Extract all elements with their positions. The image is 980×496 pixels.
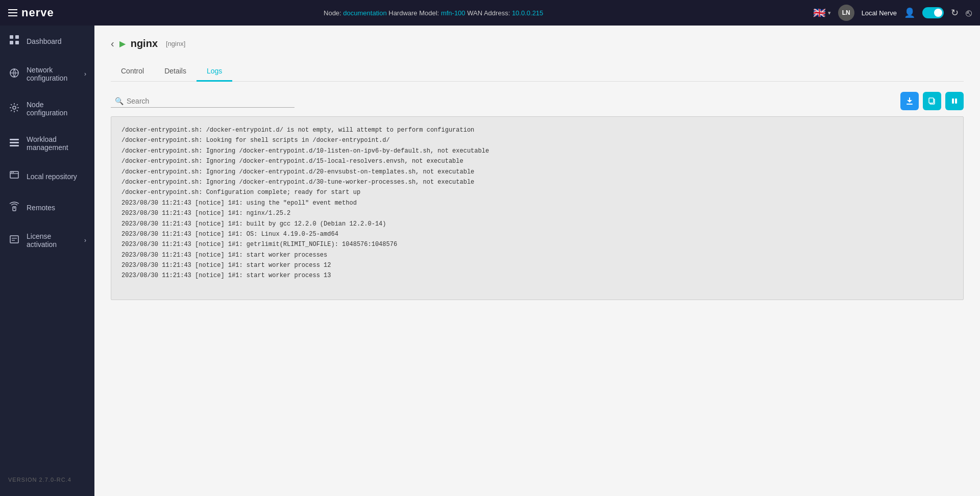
svg-rect-16 <box>10 236 18 243</box>
sidebar-item-dashboard[interactable]: Dashboard <box>0 26 94 57</box>
sidebar-item-label: Dashboard <box>27 37 62 45</box>
back-button[interactable]: ‹ <box>111 38 114 49</box>
page-title: nginx <box>131 38 158 49</box>
sidebar-item-node-configuration[interactable]: Node configuration <box>0 91 94 126</box>
action-buttons <box>900 92 964 110</box>
copy-button[interactable] <box>923 92 941 110</box>
log-line: /docker-entrypoint.sh: Ignoring /docker-… <box>121 156 953 166</box>
chevron-right-icon: › <box>84 237 86 244</box>
language-selector[interactable]: 🇬🇧 ▾ <box>813 7 831 19</box>
topbar: nerve Node: documentation Hardware Model… <box>0 0 980 26</box>
wan-address[interactable]: 10.0.0.215 <box>512 9 543 17</box>
dashboard-icon <box>8 35 20 47</box>
tab-control[interactable]: Control <box>111 62 154 82</box>
flag-icon: 🇬🇧 <box>813 7 826 19</box>
log-line: 2023/08/30 11:21:43 [notice] 1#1: OS: Li… <box>121 229 953 239</box>
svg-rect-23 <box>955 98 957 104</box>
wan-label: WAN Address: <box>467 9 510 17</box>
tab-logs[interactable]: Logs <box>197 62 232 82</box>
svg-rect-19 <box>906 104 913 105</box>
svg-rect-9 <box>10 145 19 146</box>
sidebar-item-label: License activation <box>27 232 78 249</box>
license-icon <box>8 234 20 247</box>
sidebar-item-local-repository[interactable]: Local repository <box>0 161 94 192</box>
search-icon: 🔍 <box>115 97 124 105</box>
svg-rect-7 <box>10 139 19 140</box>
svg-rect-8 <box>10 142 19 143</box>
search-row: 🔍 <box>111 92 964 110</box>
log-line: /docker-entrypoint.sh: Ignoring /docker-… <box>121 146 953 156</box>
user-icon[interactable]: 👤 <box>904 7 915 18</box>
network-icon <box>8 68 20 81</box>
hardware-label: Hardware Model: <box>388 9 439 17</box>
svg-rect-0 <box>10 35 13 39</box>
log-line: 2023/08/30 11:21:43 [notice] 1#1: built … <box>121 219 953 229</box>
svg-point-15 <box>14 207 15 208</box>
sidebar-item-label: Remotes <box>27 204 55 212</box>
tab-details[interactable]: Details <box>154 62 197 82</box>
log-line: /docker-entrypoint.sh: Configuration com… <box>121 187 953 197</box>
logo-text: nerve <box>21 6 54 19</box>
log-line: /docker-entrypoint.sh: Ignoring /docker-… <box>121 167 953 177</box>
svg-rect-1 <box>15 35 19 39</box>
version-label: VERSION 2.7.0-RC.4 <box>0 468 80 491</box>
search-input[interactable] <box>127 97 290 105</box>
sidebar-item-network-configuration[interactable]: Network configuration › <box>0 57 94 91</box>
sidebar: Dashboard Network configuration › <box>0 26 94 496</box>
svg-point-13 <box>13 172 14 173</box>
svg-rect-14 <box>13 207 16 211</box>
workload-icon <box>8 137 20 150</box>
log-line: 2023/08/30 11:21:43 [notice] 1#1: start … <box>121 260 953 270</box>
hamburger-menu[interactable] <box>8 9 17 16</box>
sidebar-item-label: Local repository <box>27 172 77 181</box>
log-line: /docker-entrypoint.sh: /docker-entrypoin… <box>121 125 953 135</box>
log-line: /docker-entrypoint.sh: Looking for shell… <box>121 135 953 145</box>
sidebar-item-label: Network configuration <box>27 66 78 82</box>
repository-icon <box>8 170 20 183</box>
page-header: ‹ ▶ nginx [nginx] <box>111 38 964 49</box>
topbar-right: 🇬🇧 ▾ LN Local Nerve 👤 ↻ ⎋ <box>813 5 972 21</box>
log-line: 2023/08/30 11:21:43 [notice] 1#1: getrli… <box>121 239 953 250</box>
ln-badge[interactable]: LN <box>838 5 854 21</box>
page-title-tag: [nginx] <box>166 40 185 47</box>
sidebar-item-license-activation[interactable]: License activation › <box>0 223 94 258</box>
remotes-icon <box>8 201 20 214</box>
hardware-model[interactable]: mfn-100 <box>441 9 465 17</box>
svg-rect-21 <box>929 98 934 103</box>
log-line: 2023/08/30 11:21:43 [notice] 1#1: start … <box>121 250 953 260</box>
sidebar-item-workload-management[interactable]: Workload management <box>0 126 94 161</box>
pause-button[interactable] <box>945 92 964 110</box>
logo-area: nerve <box>8 6 54 19</box>
svg-point-6 <box>13 106 16 109</box>
logout-icon[interactable]: ⎋ <box>966 7 972 19</box>
log-line: /docker-entrypoint.sh: Ignoring /docker-… <box>121 177 953 187</box>
sidebar-item-label: Workload management <box>27 135 86 152</box>
log-line: 2023/08/30 11:21:43 [notice] 1#1: nginx/… <box>121 208 953 218</box>
toggle-switch[interactable] <box>922 7 944 18</box>
local-nerve-label: Local Nerve <box>862 9 897 17</box>
content-area: ‹ ▶ nginx [nginx] Control Details Logs 🔍 <box>94 26 980 496</box>
svg-point-12 <box>11 172 12 173</box>
chevron-right-icon: › <box>84 70 86 78</box>
sidebar-item-label: Node configuration <box>27 101 86 117</box>
log-line: 2023/08/30 11:21:43 [notice] 1#1: start … <box>121 270 953 281</box>
node-info: Node: documentation Hardware Model: mfn-… <box>60 9 807 17</box>
tabs: Control Details Logs <box>111 62 964 82</box>
svg-rect-22 <box>952 98 954 104</box>
svg-rect-3 <box>15 41 19 44</box>
chevron-down-icon: ▾ <box>828 10 831 16</box>
node-label: Node: <box>324 9 341 17</box>
download-button[interactable] <box>900 92 919 110</box>
node-config-icon <box>8 103 20 115</box>
search-container: 🔍 <box>111 95 295 108</box>
log-area: /docker-entrypoint.sh: /docker-entrypoin… <box>111 116 964 300</box>
sidebar-item-remotes[interactable]: Remotes <box>0 192 94 223</box>
play-icon: ▶ <box>119 39 126 48</box>
main-layout: Dashboard Network configuration › <box>0 26 980 496</box>
svg-rect-2 <box>10 41 13 44</box>
node-name[interactable]: documentation <box>343 9 386 17</box>
log-line: 2023/08/30 11:21:43 [notice] 1#1: using … <box>121 198 953 208</box>
refresh-icon[interactable]: ↻ <box>951 7 959 18</box>
